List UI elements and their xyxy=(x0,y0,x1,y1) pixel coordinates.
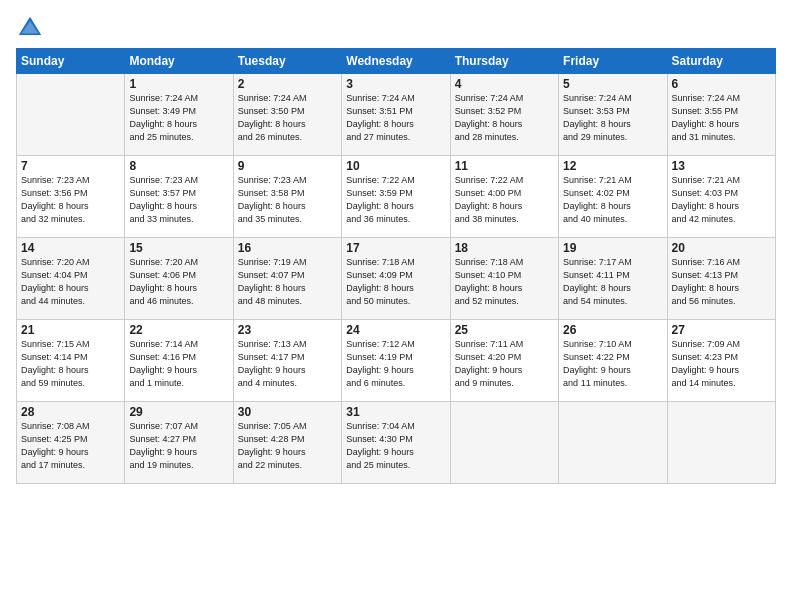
day-info: Sunrise: 7:18 AMSunset: 4:09 PMDaylight:… xyxy=(346,256,445,308)
header-thursday: Thursday xyxy=(450,49,558,74)
day-info: Sunrise: 7:07 AMSunset: 4:27 PMDaylight:… xyxy=(129,420,228,472)
day-number: 18 xyxy=(455,241,554,255)
calendar-cell: 29Sunrise: 7:07 AMSunset: 4:27 PMDayligh… xyxy=(125,402,233,484)
header-row: SundayMondayTuesdayWednesdayThursdayFrid… xyxy=(17,49,776,74)
calendar-cell: 1Sunrise: 7:24 AMSunset: 3:49 PMDaylight… xyxy=(125,74,233,156)
calendar-cell xyxy=(559,402,667,484)
day-info: Sunrise: 7:23 AMSunset: 3:58 PMDaylight:… xyxy=(238,174,337,226)
day-info: Sunrise: 7:21 AMSunset: 4:03 PMDaylight:… xyxy=(672,174,771,226)
calendar-cell: 2Sunrise: 7:24 AMSunset: 3:50 PMDaylight… xyxy=(233,74,341,156)
header-friday: Friday xyxy=(559,49,667,74)
calendar-cell: 20Sunrise: 7:16 AMSunset: 4:13 PMDayligh… xyxy=(667,238,775,320)
day-number: 20 xyxy=(672,241,771,255)
day-info: Sunrise: 7:21 AMSunset: 4:02 PMDaylight:… xyxy=(563,174,662,226)
calendar-cell: 24Sunrise: 7:12 AMSunset: 4:19 PMDayligh… xyxy=(342,320,450,402)
calendar-cell: 11Sunrise: 7:22 AMSunset: 4:00 PMDayligh… xyxy=(450,156,558,238)
day-info: Sunrise: 7:20 AMSunset: 4:04 PMDaylight:… xyxy=(21,256,120,308)
week-row-3: 21Sunrise: 7:15 AMSunset: 4:14 PMDayligh… xyxy=(17,320,776,402)
day-number: 28 xyxy=(21,405,120,419)
day-info: Sunrise: 7:24 AMSunset: 3:52 PMDaylight:… xyxy=(455,92,554,144)
day-number: 10 xyxy=(346,159,445,173)
calendar-cell xyxy=(450,402,558,484)
day-number: 14 xyxy=(21,241,120,255)
logo-icon xyxy=(16,14,44,42)
day-number: 23 xyxy=(238,323,337,337)
day-info: Sunrise: 7:24 AMSunset: 3:50 PMDaylight:… xyxy=(238,92,337,144)
day-number: 15 xyxy=(129,241,228,255)
day-number: 2 xyxy=(238,77,337,91)
calendar-cell: 30Sunrise: 7:05 AMSunset: 4:28 PMDayligh… xyxy=(233,402,341,484)
calendar-cell: 23Sunrise: 7:13 AMSunset: 4:17 PMDayligh… xyxy=(233,320,341,402)
header-monday: Monday xyxy=(125,49,233,74)
week-row-4: 28Sunrise: 7:08 AMSunset: 4:25 PMDayligh… xyxy=(17,402,776,484)
calendar-cell: 26Sunrise: 7:10 AMSunset: 4:22 PMDayligh… xyxy=(559,320,667,402)
calendar-cell: 22Sunrise: 7:14 AMSunset: 4:16 PMDayligh… xyxy=(125,320,233,402)
calendar-cell: 31Sunrise: 7:04 AMSunset: 4:30 PMDayligh… xyxy=(342,402,450,484)
day-number: 30 xyxy=(238,405,337,419)
day-info: Sunrise: 7:08 AMSunset: 4:25 PMDaylight:… xyxy=(21,420,120,472)
calendar-cell: 28Sunrise: 7:08 AMSunset: 4:25 PMDayligh… xyxy=(17,402,125,484)
day-info: Sunrise: 7:11 AMSunset: 4:20 PMDaylight:… xyxy=(455,338,554,390)
day-info: Sunrise: 7:04 AMSunset: 4:30 PMDaylight:… xyxy=(346,420,445,472)
day-info: Sunrise: 7:24 AMSunset: 3:53 PMDaylight:… xyxy=(563,92,662,144)
day-info: Sunrise: 7:14 AMSunset: 4:16 PMDaylight:… xyxy=(129,338,228,390)
day-number: 6 xyxy=(672,77,771,91)
calendar-cell: 16Sunrise: 7:19 AMSunset: 4:07 PMDayligh… xyxy=(233,238,341,320)
calendar-cell: 5Sunrise: 7:24 AMSunset: 3:53 PMDaylight… xyxy=(559,74,667,156)
day-info: Sunrise: 7:23 AMSunset: 3:56 PMDaylight:… xyxy=(21,174,120,226)
day-info: Sunrise: 7:13 AMSunset: 4:17 PMDaylight:… xyxy=(238,338,337,390)
page: SundayMondayTuesdayWednesdayThursdayFrid… xyxy=(0,0,792,612)
day-info: Sunrise: 7:20 AMSunset: 4:06 PMDaylight:… xyxy=(129,256,228,308)
day-info: Sunrise: 7:19 AMSunset: 4:07 PMDaylight:… xyxy=(238,256,337,308)
week-row-1: 7Sunrise: 7:23 AMSunset: 3:56 PMDaylight… xyxy=(17,156,776,238)
day-number: 25 xyxy=(455,323,554,337)
day-info: Sunrise: 7:12 AMSunset: 4:19 PMDaylight:… xyxy=(346,338,445,390)
calendar-cell: 15Sunrise: 7:20 AMSunset: 4:06 PMDayligh… xyxy=(125,238,233,320)
day-number: 24 xyxy=(346,323,445,337)
header-tuesday: Tuesday xyxy=(233,49,341,74)
day-number: 11 xyxy=(455,159,554,173)
day-info: Sunrise: 7:24 AMSunset: 3:49 PMDaylight:… xyxy=(129,92,228,144)
day-number: 29 xyxy=(129,405,228,419)
day-number: 5 xyxy=(563,77,662,91)
day-number: 1 xyxy=(129,77,228,91)
day-number: 27 xyxy=(672,323,771,337)
calendar-cell: 9Sunrise: 7:23 AMSunset: 3:58 PMDaylight… xyxy=(233,156,341,238)
calendar-cell: 19Sunrise: 7:17 AMSunset: 4:11 PMDayligh… xyxy=(559,238,667,320)
day-number: 13 xyxy=(672,159,771,173)
calendar-cell: 13Sunrise: 7:21 AMSunset: 4:03 PMDayligh… xyxy=(667,156,775,238)
day-number: 3 xyxy=(346,77,445,91)
header-wednesday: Wednesday xyxy=(342,49,450,74)
calendar-table: SundayMondayTuesdayWednesdayThursdayFrid… xyxy=(16,48,776,484)
logo xyxy=(16,14,48,42)
day-number: 4 xyxy=(455,77,554,91)
calendar-cell: 17Sunrise: 7:18 AMSunset: 4:09 PMDayligh… xyxy=(342,238,450,320)
calendar-cell: 27Sunrise: 7:09 AMSunset: 4:23 PMDayligh… xyxy=(667,320,775,402)
day-number: 17 xyxy=(346,241,445,255)
calendar-cell: 10Sunrise: 7:22 AMSunset: 3:59 PMDayligh… xyxy=(342,156,450,238)
day-info: Sunrise: 7:22 AMSunset: 4:00 PMDaylight:… xyxy=(455,174,554,226)
calendar-cell xyxy=(17,74,125,156)
header-sunday: Sunday xyxy=(17,49,125,74)
calendar-cell: 14Sunrise: 7:20 AMSunset: 4:04 PMDayligh… xyxy=(17,238,125,320)
day-number: 7 xyxy=(21,159,120,173)
day-info: Sunrise: 7:16 AMSunset: 4:13 PMDaylight:… xyxy=(672,256,771,308)
day-number: 31 xyxy=(346,405,445,419)
calendar-cell: 7Sunrise: 7:23 AMSunset: 3:56 PMDaylight… xyxy=(17,156,125,238)
day-number: 26 xyxy=(563,323,662,337)
header-saturday: Saturday xyxy=(667,49,775,74)
day-number: 8 xyxy=(129,159,228,173)
day-info: Sunrise: 7:24 AMSunset: 3:55 PMDaylight:… xyxy=(672,92,771,144)
calendar-cell: 4Sunrise: 7:24 AMSunset: 3:52 PMDaylight… xyxy=(450,74,558,156)
day-info: Sunrise: 7:23 AMSunset: 3:57 PMDaylight:… xyxy=(129,174,228,226)
day-number: 21 xyxy=(21,323,120,337)
day-number: 16 xyxy=(238,241,337,255)
day-number: 12 xyxy=(563,159,662,173)
calendar-cell: 8Sunrise: 7:23 AMSunset: 3:57 PMDaylight… xyxy=(125,156,233,238)
day-number: 9 xyxy=(238,159,337,173)
day-info: Sunrise: 7:09 AMSunset: 4:23 PMDaylight:… xyxy=(672,338,771,390)
day-number: 22 xyxy=(129,323,228,337)
day-info: Sunrise: 7:18 AMSunset: 4:10 PMDaylight:… xyxy=(455,256,554,308)
day-info: Sunrise: 7:24 AMSunset: 3:51 PMDaylight:… xyxy=(346,92,445,144)
week-row-2: 14Sunrise: 7:20 AMSunset: 4:04 PMDayligh… xyxy=(17,238,776,320)
